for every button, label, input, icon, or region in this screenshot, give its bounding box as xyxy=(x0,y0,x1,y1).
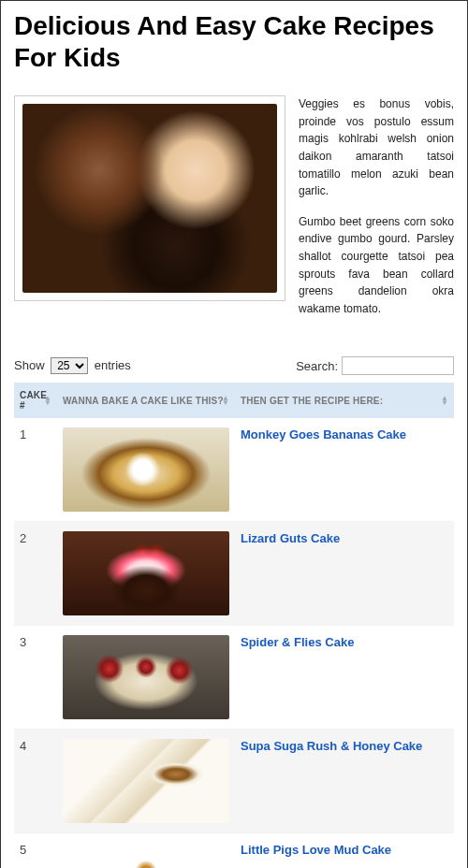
column-cake-image[interactable]: Wanna bake a cake like this? ▲▼ xyxy=(57,383,235,418)
cake-thumbnail xyxy=(63,739,229,823)
intro-paragraph-2: Gumbo beet greens corn soko endive gumbo… xyxy=(299,213,454,318)
table-row: 5 Little Pigs Love Mud Cake xyxy=(14,833,454,868)
table-controls: Show 25 entries Search: xyxy=(14,356,454,375)
show-suffix: entries xyxy=(95,358,131,372)
hero-image xyxy=(22,104,277,293)
recipe-link[interactable]: Lizard Guts Cake xyxy=(241,531,340,545)
cake-number: 5 xyxy=(14,833,57,868)
hero-image-frame xyxy=(14,95,285,301)
table-row: 3 Spider & Flies Cake xyxy=(14,626,454,730)
column-label: Wanna bake a cake like this? xyxy=(63,396,224,406)
cake-thumbnail xyxy=(63,843,229,868)
search-control: Search: xyxy=(296,356,454,375)
search-input[interactable] xyxy=(342,356,454,375)
table-row: 4 Supa Suga Rush & Honey Cake xyxy=(14,730,454,833)
recipe-link[interactable]: Spider & Flies Cake xyxy=(241,635,354,649)
show-prefix: Show xyxy=(14,358,45,372)
cake-number: 4 xyxy=(14,730,57,833)
table-row: 2 Lizard Guts Cake xyxy=(14,522,454,626)
cake-number: 1 xyxy=(14,418,57,522)
recipe-link[interactable]: Supa Suga Rush & Honey Cake xyxy=(241,739,422,753)
cake-thumbnail xyxy=(63,427,229,512)
cakes-table: Cake # ▲▼ Wanna bake a cake like this? ▲… xyxy=(14,383,454,868)
table-row: 1 Monkey Goes Bananas Cake xyxy=(14,418,454,522)
page-size-select[interactable]: 25 xyxy=(51,357,88,374)
intro-paragraph-1: Veggies es bonus vobis, proinde vos post… xyxy=(299,95,454,200)
page-size-control: Show 25 entries xyxy=(14,357,131,374)
recipe-link[interactable]: Monkey Goes Bananas Cake xyxy=(241,427,406,441)
cake-thumbnail xyxy=(63,635,229,719)
sort-icon: ▲▼ xyxy=(222,396,229,405)
column-recipe[interactable]: Then get the recipe here: ▲▼ xyxy=(235,383,454,418)
sort-icon: ▲▼ xyxy=(44,396,51,405)
cake-number: 3 xyxy=(14,626,57,730)
cake-number: 2 xyxy=(14,522,57,626)
column-cake-number[interactable]: Cake # ▲▼ xyxy=(14,383,57,418)
intro-section: Veggies es bonus vobis, proinde vos post… xyxy=(14,95,454,330)
intro-text: Veggies es bonus vobis, proinde vos post… xyxy=(299,95,454,330)
cake-thumbnail xyxy=(63,531,229,615)
column-label: Then get the recipe here: xyxy=(241,396,383,406)
sort-icon: ▲▼ xyxy=(441,396,448,405)
recipe-link[interactable]: Little Pigs Love Mud Cake xyxy=(241,843,391,857)
page-title: Delicious And Easy Cake Recipes For Kids xyxy=(14,10,454,73)
column-label: Cake # xyxy=(20,390,47,411)
search-label: Search: xyxy=(296,359,338,373)
